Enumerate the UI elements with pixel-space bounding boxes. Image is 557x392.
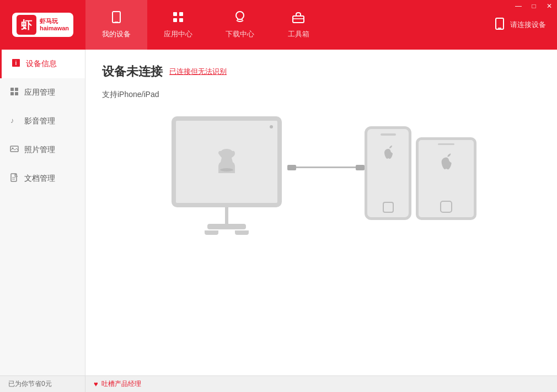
cable-area — [287, 165, 365, 170]
app-manage-icon — [10, 87, 19, 98]
mobile-devices — [365, 126, 476, 220]
cable-plug-left — [287, 165, 296, 170]
statusbar: 已为你节省0元 ♥ 吐槽产品经理 — [0, 375, 557, 392]
heart-icon: ♥ — [94, 380, 98, 388]
tab-my-device-label: 我的设备 — [102, 29, 131, 39]
svg-rect-5 — [179, 12, 183, 16]
logo-text: 虾马玩 haimawan — [40, 18, 69, 32]
sidebar-item-doc-manage[interactable]: 文档管理 — [0, 164, 85, 193]
savings-text: 已为你节省0元 — [0, 376, 85, 392]
svg-rect-6 — [173, 18, 177, 22]
svg-rect-17 — [15, 92, 18, 95]
monitor-foot — [166, 230, 287, 235]
tablet-illustration — [416, 137, 476, 220]
sidebar-item-doc-manage-label: 文档管理 — [24, 174, 55, 184]
svg-text:虾: 虾 — [21, 19, 33, 31]
logo-box: 虾 虾马玩 haimawan — [12, 13, 73, 37]
computer-illustration — [166, 116, 287, 235]
photo-manage-icon — [10, 144, 19, 155]
monitor-logo-svg — [207, 146, 246, 179]
sidebar: i 设备信息 应用管理 ♪ 影音管理 照片管理 文档管理 — [0, 50, 85, 375]
svg-rect-8 — [293, 16, 304, 23]
svg-rect-15 — [15, 88, 18, 91]
sidebar-item-app-manage-label: 应用管理 — [24, 88, 55, 98]
tab-app-center[interactable]: 应用中心 — [147, 0, 209, 50]
sidebar-item-device-info[interactable]: i 设备信息 — [0, 50, 85, 78]
minimize-button[interactable]: — — [511, 0, 526, 12]
device-status-label: 请连接设备 — [510, 20, 546, 30]
tablet-apple-logo — [436, 152, 456, 176]
svg-rect-10 — [496, 18, 504, 29]
svg-rect-2 — [113, 12, 120, 23]
cable-line — [296, 167, 356, 168]
svg-rect-14 — [10, 88, 14, 91]
toolbox-icon — [292, 10, 305, 27]
phone-home-button — [383, 202, 394, 213]
svg-rect-7 — [179, 18, 183, 22]
cable-plug-right — [356, 165, 365, 170]
feedback-text: 吐槽产品经理 — [101, 379, 141, 389]
close-button[interactable]: ✕ — [542, 0, 557, 12]
device-status-icon — [494, 18, 506, 33]
app-center-icon — [172, 10, 185, 27]
media-manage-icon: ♪ — [10, 116, 19, 127]
sidebar-item-photo-manage[interactable]: 照片管理 — [0, 136, 85, 164]
tab-download-center[interactable]: 下载中心 — [209, 0, 271, 50]
tab-download-center-label: 下载中心 — [226, 29, 254, 39]
status-title: 设备未连接 已连接但无法识别 — [102, 63, 540, 80]
svg-rect-4 — [173, 12, 177, 16]
phone-illustration — [365, 126, 411, 220]
download-center-icon — [233, 10, 247, 27]
logo-icon: 虾 — [17, 15, 36, 35]
svg-point-24 — [220, 168, 233, 171]
sidebar-item-app-manage[interactable]: 应用管理 — [0, 78, 85, 107]
device-info-icon: i — [12, 58, 20, 69]
svg-rect-16 — [10, 92, 14, 95]
monitor-stand — [225, 207, 228, 224]
reconnect-link[interactable]: 已连接但无法识别 — [169, 67, 227, 77]
apple-logo-phone — [380, 144, 397, 161]
monitor-base — [207, 224, 246, 229]
my-device-icon — [110, 10, 123, 27]
tab-toolbox-label: 工具箱 — [288, 29, 309, 39]
sidebar-item-media-manage[interactable]: ♪ 影音管理 — [0, 107, 85, 136]
doc-manage-icon — [10, 173, 19, 184]
sidebar-item-device-info-label: 设备信息 — [26, 59, 57, 69]
phone-apple-logo — [380, 144, 397, 165]
tab-toolbox[interactable]: 工具箱 — [271, 0, 326, 50]
support-text: 支持iPhone/iPad — [102, 90, 540, 100]
feedback-area[interactable]: ♥ 吐槽产品经理 — [85, 379, 149, 389]
apple-logo-tablet — [436, 152, 456, 172]
svg-text:♪: ♪ — [10, 116, 14, 125]
nav-tabs: 我的设备 应用中心 下载中心 — [85, 0, 483, 50]
monitor — [172, 116, 282, 207]
svg-text:i: i — [15, 60, 17, 66]
connection-illustration — [102, 116, 540, 235]
tablet-home-button — [440, 201, 452, 213]
sidebar-item-media-manage-label: 影音管理 — [24, 116, 55, 126]
tab-app-center-label: 应用中心 — [164, 29, 192, 39]
header: 虾 虾马玩 haimawan 我的设备 应用 — [0, 0, 557, 50]
logo-area: 虾 虾马玩 haimawan — [0, 0, 85, 50]
main-content-area: 设备未连接 已连接但无法识别 支持iPhone/iPad — [85, 50, 557, 375]
sidebar-item-photo-manage-label: 照片管理 — [24, 145, 55, 155]
tab-my-device[interactable]: 我的设备 — [85, 0, 147, 50]
maximize-button[interactable]: □ — [526, 0, 542, 12]
